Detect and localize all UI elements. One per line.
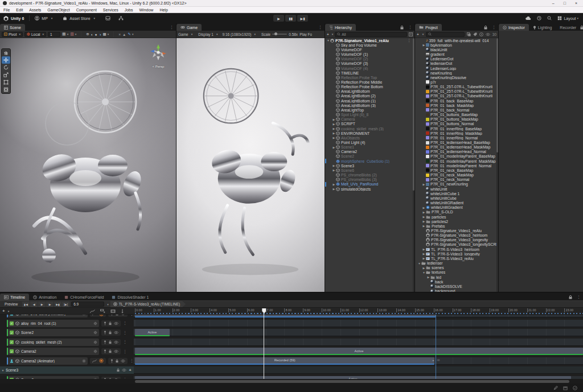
expand-arrow-icon[interactable]: ▶ (332, 127, 336, 130)
track-kebab-icon[interactable]: ⋮ (123, 349, 127, 354)
project-item[interactable]: P7R-Signature_Video3_longevitySCRE (415, 242, 496, 247)
group-add-button[interactable]: + (129, 368, 132, 373)
project-item[interactable]: ▶particles (415, 214, 496, 219)
project-add-button[interactable]: + (417, 32, 419, 36)
track-active-checkbox[interactable]: ✓ (10, 331, 14, 335)
projection-label[interactable]: < Persp (145, 65, 171, 68)
goto-start-button[interactable]: ▮◀ (22, 302, 30, 307)
history-icon[interactable] (537, 16, 541, 20)
maximize-button[interactable]: □ (564, 1, 566, 5)
hierarchy-item[interactable]: VolumeDOF (325, 47, 413, 52)
project-item[interactable]: P7R-Signature_Video1_reAlu (415, 228, 496, 233)
hierarchy-item[interactable]: ▶SCRIPT (325, 122, 413, 126)
track-lane[interactable]: Active (134, 348, 583, 355)
project-item[interactable]: P7R-Signature_Video3_heirloom (415, 233, 496, 238)
lighting-toggle-icon[interactable]: ◐ (91, 32, 93, 36)
hierarchy-item[interactable]: ▶Scene3 (325, 163, 413, 168)
expand-arrow-icon[interactable]: ▶ (422, 211, 426, 214)
hierarchy-item[interactable]: AreaLightBottom (325, 89, 413, 94)
project-item[interactable]: P7R_01_back_MaskMap (415, 103, 496, 108)
timeline-track-row[interactable]: ✓alloy_rim_04_root (1)⋮ (0, 320, 583, 327)
hierarchy-item[interactable]: Reflection Probe Middle (325, 80, 413, 84)
hierarchy-kebab-icon[interactable]: ⋮ (408, 25, 412, 30)
search-by-type-icon[interactable] (467, 32, 471, 36)
menu-assets[interactable]: Assets (29, 8, 41, 12)
project-item[interactable]: P7R_01_ledlenserHead_BaseMap (415, 140, 496, 145)
tab-hierarchy[interactable]: Hierarchy (325, 24, 356, 31)
markers-toggle-icon[interactable] (121, 309, 124, 313)
orientation-gizmo[interactable]: < Persp (145, 43, 171, 72)
tab-recorder[interactable]: Recorder (556, 24, 580, 31)
project-item[interactable]: P7R_01_ledlenserHead_Normal (415, 150, 496, 154)
search-icon[interactable] (547, 16, 552, 20)
project-item[interactable]: ▶scenes (415, 266, 496, 270)
timeline-clip[interactable]: Recorded (59)▸ (135, 357, 434, 365)
transform-tool-button[interactable] (2, 86, 10, 93)
tab-scene[interactable]: Scene (0, 24, 25, 31)
timeline-asset-breadcrumb[interactable]: TL_P7R-S-Video3_reAlu (TIMELINE) (110, 301, 186, 307)
project-item[interactable]: whiteUnlitGRadient (415, 200, 496, 205)
expand-arrow-icon[interactable]: ▶ (422, 43, 426, 47)
step-button[interactable]: ▶▮ (297, 15, 308, 22)
hierarchy-item[interactable]: ▶Scene1 (325, 145, 413, 150)
project-item[interactable]: ▶particles2 (415, 219, 496, 224)
hierarchy-item[interactable]: AreaLightTop (325, 108, 413, 112)
track-lane[interactable] (134, 315, 583, 317)
pivot-dropdown[interactable]: Pivot▾ (2, 32, 23, 37)
track-kebab-icon[interactable]: ⋮ (130, 358, 134, 363)
expand-arrow-icon[interactable]: ▶ (422, 266, 426, 270)
tab-timeline[interactable]: Timeline (0, 294, 29, 300)
group-collapse-icon[interactable]: ▼ (0, 369, 6, 372)
timeline-track-row[interactable]: Melt_UVs_Lens (Animator)⋮ (0, 315, 583, 317)
pause-button[interactable]: ▮▮ (285, 15, 296, 22)
hand-tool-button[interactable] (2, 49, 10, 56)
hierarchy-item[interactable]: Scene2 (325, 154, 413, 159)
hierarchy-item[interactable]: VolumeDOF (1) (325, 52, 413, 56)
move-tool-button[interactable] (2, 56, 10, 64)
hierarchy-item[interactable]: PS_chromeBlobs (3) (325, 178, 413, 182)
hierarchy-item[interactable]: Reflection Probe Top (325, 75, 413, 80)
track-lane[interactable]: Recorded (59)▸∞ (134, 357, 583, 365)
project-item[interactable]: ▶bgAnimation (415, 43, 496, 47)
project-item[interactable]: P7R_01_back_Normal (415, 108, 496, 112)
gizmos-dropdown-icon[interactable]: ▩▾ (103, 32, 109, 36)
project-item[interactable]: ledlenserDot (415, 61, 496, 66)
hierarchy-item[interactable]: morphSphere_CubeSolo (1) (325, 159, 413, 163)
hierarchy-add-button[interactable]: + (327, 32, 329, 36)
hierarchy-item[interactable]: ▶simulatedObjects (325, 187, 413, 191)
account-button[interactable]: MP (42, 16, 48, 20)
tab-dissolveshader[interactable]: DissolveShader 1 (108, 294, 153, 300)
project-item[interactable]: ▶Prefabs (415, 224, 496, 228)
expand-arrow-icon[interactable]: ▶ (422, 215, 426, 218)
project-item[interactable]: P7R_01_innerRing_MaskMap (415, 131, 496, 135)
project-item[interactable]: newKnurling (415, 71, 496, 75)
search-by-label-icon[interactable] (473, 32, 477, 36)
package-icon[interactable] (563, 386, 568, 390)
project-item[interactable]: P7R_01_25T-07R-L_TubewithKnurli (415, 89, 496, 94)
menu-help[interactable]: Help (159, 8, 167, 12)
project-item[interactable]: ▶P7R_01_newKnurling (415, 182, 496, 187)
hierarchy-item[interactable]: ▶Scene6 (325, 168, 413, 172)
hierarchy-item[interactable]: AreaLightBottom (1) (325, 98, 413, 103)
project-item[interactable]: whiteUnlitCube 1 (415, 191, 496, 196)
project-item[interactable]: LedlenserLogo (415, 66, 496, 71)
project-item[interactable]: whiteUnlitCube (415, 196, 496, 200)
track-header[interactable]: ✓alloy_rim_04_root (1) (8, 320, 99, 327)
project-item[interactable]: ▶whiteUnlitGradient (415, 205, 496, 210)
hidden-count-eye-icon[interactable] (486, 33, 490, 36)
project-item[interactable]: P7R_01_buttons_BaseMap (415, 113, 496, 117)
hierarchy-item[interactable]: Point Light (4) (325, 140, 413, 145)
game-menu-kebab-icon[interactable]: ⋮ (318, 25, 322, 30)
timeline-clip[interactable] (135, 315, 436, 317)
hierarchy-item[interactable]: ▶ENVIRONMENT (325, 131, 413, 135)
play-focused-dropdown[interactable]: Play Fo (299, 32, 312, 36)
expand-arrow-icon[interactable]: ▶ (332, 122, 336, 126)
track-lane[interactable] (134, 339, 583, 346)
track-kebab-icon[interactable]: ⋮ (123, 340, 127, 344)
edit-mode-icon[interactable] (110, 309, 116, 313)
layout-dropdown[interactable]: Layout (564, 16, 576, 20)
asset-store-button[interactable]: Asset Store (69, 16, 90, 20)
grid-size-field[interactable]: 1 (48, 32, 60, 37)
inspector-lock-icon[interactable] (580, 26, 583, 30)
expand-arrow-icon[interactable]: ▼ (417, 262, 421, 265)
